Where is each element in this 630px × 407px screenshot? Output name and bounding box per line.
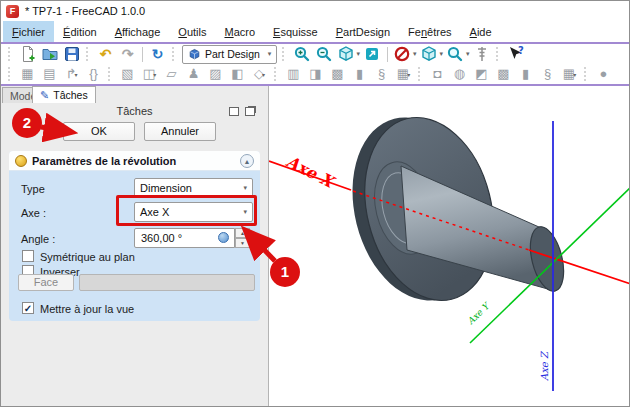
symmetric-label: Symétrique au plan <box>40 251 135 263</box>
groove-icon[interactable]: ◩ <box>472 65 491 84</box>
window-title: * TP7-1 - FreeCAD 1.0.0 <box>25 5 145 17</box>
toolbar-grip[interactable] <box>584 67 589 81</box>
revolution-icon <box>15 155 27 167</box>
menu-item-outils[interactable]: Outils <box>169 21 215 42</box>
open-document-icon[interactable] <box>40 45 59 64</box>
task-dock: Modèle ✎ Tâches Tâches OK Annuler Paramè… <box>1 86 269 406</box>
clone-icon[interactable]: ▨ <box>206 65 225 84</box>
fillet-icon[interactable]: ● <box>594 65 613 84</box>
symmetric-checkbox[interactable] <box>22 250 34 262</box>
sketch-validate-icon[interactable]: ♟ <box>184 65 203 84</box>
hole-icon[interactable]: ◍ <box>450 65 469 84</box>
chevron-down-icon: ▾ <box>153 71 156 78</box>
chevron-down-icon[interactable]: ▾ <box>466 50 470 58</box>
chevron-down-icon[interactable]: ▾ <box>439 50 443 58</box>
axis-y-label: Axe Y <box>465 300 493 327</box>
spin-down-icon[interactable]: ▼ <box>235 238 250 248</box>
ok-button[interactable]: OK <box>63 122 135 141</box>
axis-z-label: Axe Z <box>539 350 550 382</box>
subtractive-primitive-icon[interactable]: ▦▾ <box>560 65 579 84</box>
redo-icon[interactable]: ↷ <box>118 45 137 64</box>
create-body-icon[interactable]: ▦ <box>18 65 37 84</box>
pocket-icon[interactable]: ◘ <box>428 65 447 84</box>
undo-icon[interactable]: ↶ <box>96 45 115 64</box>
menu-item-esquisse[interactable]: Esquisse <box>264 21 327 42</box>
draw-style-icon[interactable] <box>393 45 412 64</box>
dock-tab-bar: Modèle ✎ Tâches <box>1 86 268 103</box>
pad-icon[interactable]: ▥ <box>284 65 303 84</box>
menu-bar: FichierÉditionAffichageOutilsMacroEsquis… <box>1 21 629 42</box>
menu-item-edition[interactable]: Édition <box>54 21 106 42</box>
tab-tasks[interactable]: ✎ Tâches <box>32 86 96 103</box>
additive-primitive-icon[interactable]: ▦▾ <box>394 65 413 84</box>
toolbar-grip[interactable] <box>418 67 423 81</box>
create-group-icon[interactable]: ▤ <box>40 65 59 84</box>
refresh-icon[interactable]: ↻ <box>148 45 167 64</box>
measure-icon[interactable] <box>472 45 491 64</box>
face-input[interactable] <box>79 274 255 291</box>
new-document-icon[interactable] <box>18 45 37 64</box>
toolbar-grip[interactable] <box>8 47 13 61</box>
title-bar: F * TP7-1 - FreeCAD 1.0.0 <box>1 1 629 21</box>
toolbar-grip[interactable] <box>282 47 287 61</box>
partdesign-workbench-icon <box>188 48 201 61</box>
clipping-cube-icon[interactable] <box>419 45 438 64</box>
subtractive-helix-icon[interactable]: § <box>538 65 557 84</box>
float-panel-icon[interactable] <box>229 107 239 116</box>
chevron-down-icon[interactable]: ▾ <box>356 50 360 58</box>
axonometric-view-icon[interactable] <box>336 45 355 64</box>
toolbar-grip[interactable] <box>496 47 501 61</box>
chevron-down-icon[interactable]: ▾ <box>413 50 417 58</box>
toolbar-grip[interactable] <box>86 47 91 61</box>
section-title: Paramètres de la révolution <box>32 155 176 167</box>
freecad-window: F * TP7-1 - FreeCAD 1.0.0 FichierÉdition… <box>0 0 630 407</box>
menu-item-affichage[interactable]: Affichage <box>106 21 170 42</box>
cancel-button[interactable]: Annuler <box>144 122 216 141</box>
3d-viewport[interactable]: Axe X Axe Y Axe Z <box>269 86 629 406</box>
shape-binder-icon[interactable]: ◧ <box>228 65 247 84</box>
revolution-icon[interactable]: ◨ <box>306 65 325 84</box>
additive-pipe-icon[interactable]: ▮ <box>350 65 369 84</box>
link-actions-icon[interactable]: ↱▾ <box>62 65 81 84</box>
menu-item-fichier[interactable]: Fichier <box>3 21 54 42</box>
boolean-icon[interactable]: ◇▾ <box>250 65 269 84</box>
menu-item-fenetres[interactable]: Fenêtres <box>399 21 460 42</box>
expression-icon[interactable] <box>218 232 229 243</box>
toolbar-grip[interactable] <box>172 47 177 61</box>
zoom-in-icon[interactable] <box>292 45 311 64</box>
chevron-down-icon: ▾ <box>74 71 77 78</box>
angle-label: Angle : <box>21 233 55 245</box>
standard-toolbar: ↶ ↷ ↻ Part Design ▾ ▾ ▾ ▾ <box>1 44 629 64</box>
menu-item-aide[interactable]: Aide <box>461 21 501 42</box>
expression-editor-icon[interactable]: {} <box>84 65 103 84</box>
highlight-rectangle <box>116 195 257 226</box>
additive-loft-icon[interactable]: ▩ <box>328 65 347 84</box>
toolbar-separator <box>387 47 388 62</box>
map-sketch-icon[interactable]: ▱ <box>162 65 181 84</box>
collapse-icon[interactable]: ▲ <box>240 154 254 168</box>
subtractive-loft-icon[interactable]: ▩ <box>494 65 513 84</box>
face-button[interactable]: Face <box>18 274 74 291</box>
fit-all-icon[interactable] <box>363 45 382 64</box>
revolution-parameters-header[interactable]: Paramètres de la révolution ▲ <box>9 151 260 171</box>
new-sketch-icon[interactable]: ▧ <box>118 65 137 84</box>
chevron-down-icon: ▾ <box>268 50 272 58</box>
additive-helix-icon[interactable]: § <box>372 65 391 84</box>
partdesign-toolbar: ▦▤↱▾{}▧◫▾▱♟▨◧◇▾▥◨▩▮§▦▾◘◍◩▩▮§▦▾● <box>1 64 629 84</box>
toolbar-grip[interactable] <box>274 67 279 81</box>
zoom-out-icon[interactable] <box>314 45 333 64</box>
undock-panel-icon[interactable] <box>245 107 255 116</box>
datum-icon[interactable]: ◫▾ <box>140 65 159 84</box>
subtractive-pipe-icon[interactable]: ▮ <box>516 65 535 84</box>
zoom-tools-icon[interactable] <box>446 45 465 64</box>
update-view-checkbox[interactable]: ✓ <box>22 302 34 314</box>
menu-item-partdesign[interactable]: PartDesign <box>327 21 399 42</box>
whats-this-icon[interactable]: ? <box>506 45 525 64</box>
save-icon[interactable] <box>62 45 81 64</box>
chevron-down-icon: ▾ <box>573 71 576 78</box>
spin-up-icon[interactable]: ▲ <box>235 228 250 238</box>
menu-item-macro[interactable]: Macro <box>215 21 264 42</box>
workbench-selector[interactable]: Part Design ▾ <box>182 45 277 64</box>
toolbar-grip[interactable] <box>108 67 113 81</box>
toolbar-grip[interactable] <box>8 67 13 81</box>
